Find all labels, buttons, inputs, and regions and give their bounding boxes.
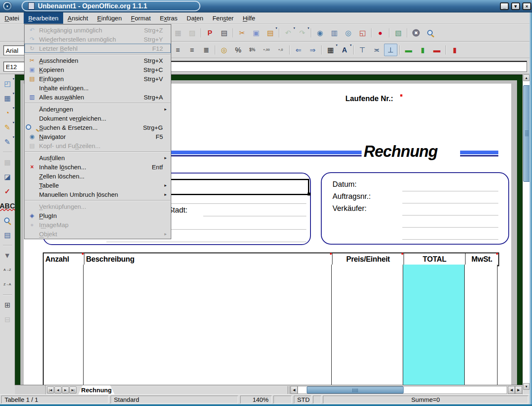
standard-format-icon[interactable]: $% (246, 44, 259, 56)
auto-spellcheck-icon[interactable]: ABC (1, 200, 14, 212)
status-page-style[interactable]: Standard (111, 396, 238, 404)
sort-ascending-icon[interactable]: A→Z (1, 264, 14, 276)
menubar-item-window[interactable]: Fenster (208, 12, 238, 24)
delete-rows-icon[interactable]: ▬ (430, 44, 443, 56)
insert-graphics-icon[interactable]: ▧ (392, 27, 405, 39)
menubar-item-tools[interactable]: Extras (155, 12, 182, 24)
menu-item-navigator[interactable]: ◉NavigatorF5 (25, 132, 171, 141)
menubar-item-view[interactable]: Ansicht (63, 12, 93, 24)
decrease-indent-icon[interactable]: ⇐ (292, 44, 305, 56)
sheet-tab-rechnung[interactable]: Rechnung (78, 385, 115, 395)
first-sheet-button[interactable]: |◀ (47, 386, 54, 394)
add-decimal-icon[interactable]: +,00 (260, 44, 273, 56)
hscroll-split-left-button[interactable]: ◀ (508, 386, 515, 394)
menu-item-delete-manual-break[interactable]: Manuellen Umbruch löschen▸ (25, 190, 171, 199)
record-macro-icon[interactable]: ● (374, 27, 387, 39)
menubar-item-data[interactable]: Daten (182, 12, 208, 24)
delete-columns-icon[interactable]: ▮ (448, 44, 461, 56)
form-controls-icon[interactable]: ▩ (1, 156, 14, 168)
menubar-item-edit[interactable]: Bearbeiten (24, 12, 63, 24)
copy-icon[interactable]: ▣ (249, 27, 263, 39)
insert-object-icon[interactable]: ◔▾ (1, 106, 14, 119)
save-icon[interactable]: ▦ (171, 27, 185, 39)
data-sources-icon[interactable]: ▤ (1, 229, 14, 241)
menu-item-find-replace[interactable]: Suchen & Ersetzen...Strg+G (25, 123, 171, 132)
draw-functions-icon[interactable]: ✎▾ (1, 121, 14, 134)
edit-page-icon[interactable]: ✎▾ (1, 136, 14, 148)
menu-item-plugin[interactable]: ◈PlugIn (25, 211, 171, 220)
sort-descending-icon[interactable]: Z→A (1, 278, 14, 291)
insert-column-icon[interactable]: ▮ (416, 44, 429, 56)
menu-item-imagemap[interactable]: ●ImageMap (25, 220, 171, 229)
edit-file-icon[interactable]: ▨ (185, 27, 199, 39)
hscroll-left-button[interactable]: ◀ (291, 386, 298, 394)
paste-icon[interactable]: ▤▾ (264, 27, 277, 39)
hscroll-right-button[interactable]: ▶ (515, 386, 522, 394)
align-justified-icon[interactable]: ≣ (200, 44, 213, 56)
close-window-icon[interactable]: ✖ (409, 27, 423, 39)
vertical-scrollbar-track[interactable]: ▲ ▼ (522, 74, 530, 394)
cut-icon[interactable]: ✂ (235, 27, 249, 39)
borders-icon[interactable]: ▦▾ (324, 44, 337, 56)
menu-item-links[interactable]: Verknüpfungen... (25, 202, 171, 211)
close-button[interactable]: × (522, 2, 531, 10)
status-selection-mode[interactable]: STD (294, 396, 311, 404)
menu-item-repeat[interactable]: ↻Letzter BefehlF12 (25, 44, 171, 53)
search-icon[interactable] (1, 214, 14, 227)
invoice-table-body[interactable] (43, 265, 498, 385)
redo-icon[interactable]: ↷▾ (296, 27, 309, 39)
menu-item-object[interactable]: Objekt▸ (25, 229, 171, 238)
shade-button[interactable]: ▼ (511, 2, 520, 10)
previous-sheet-button[interactable]: ◀ (54, 386, 62, 394)
menubar-item-file[interactable]: Datei (0, 12, 24, 24)
menu-item-redo[interactable]: ↷Wiederherstellen unmöglichStrg+Y (25, 35, 171, 44)
menu-item-paste[interactable]: ▤EinfügenStrg+V (25, 74, 171, 83)
currency-format-icon[interactable]: ◎ (217, 44, 231, 56)
delete-decimal-icon[interactable]: +,0 (274, 44, 287, 56)
status-sum[interactable]: Summe=0 (323, 396, 528, 404)
align-right-icon[interactable]: ≡ (185, 44, 199, 56)
selection-handle[interactable] (308, 193, 310, 196)
menu-item-sheet[interactable]: Tabelle▸ (25, 181, 171, 190)
next-sheet-button[interactable]: ▶ (62, 386, 69, 394)
formula-input[interactable] (171, 61, 527, 72)
gallery-icon[interactable]: ◎ (342, 27, 355, 39)
menubar-item-help[interactable]: Hilfe (238, 12, 260, 24)
print-icon[interactable]: ▤ (217, 27, 231, 39)
menu-item-copy[interactable]: ▣KopierenStrg+C (25, 65, 171, 74)
zoom-icon[interactable] (424, 27, 437, 39)
insert-cells-icon[interactable]: ▦▾ (1, 92, 14, 104)
menubar-item-insert[interactable]: Einfügen (93, 12, 126, 24)
menu-item-changes[interactable]: Änderungen▸ (25, 104, 171, 114)
increase-indent-icon[interactable]: ⇒ (306, 44, 319, 56)
fullscreen-icon[interactable]: ◱ (356, 27, 369, 39)
menu-item-select-all[interactable]: ▥Alles auswählenStrg+A (25, 92, 171, 102)
menubar-item-format[interactable]: Format (126, 12, 155, 24)
align-center-vertical-icon[interactable]: ≍ (370, 44, 383, 56)
stylist-icon[interactable]: ▥ (328, 27, 341, 39)
tab-scrollbar-splitter[interactable] (288, 386, 290, 394)
menu-item-headers-footers[interactable]: ▤Kopf- und Fußzeilen... (25, 141, 171, 150)
insert-row-icon[interactable]: ▬ (402, 44, 415, 56)
menu-item-paste-special[interactable]: Inhalte einfügen... (25, 83, 171, 92)
menu-item-fill[interactable]: Ausfüllen▸ (25, 153, 171, 162)
menu-item-delete-cells[interactable]: Zellen löschen... (25, 171, 171, 181)
horizontal-scrollbar-track[interactable] (298, 386, 507, 394)
last-sheet-button[interactable]: ▶| (69, 386, 76, 394)
align-top-icon[interactable]: ⊤ (356, 44, 369, 56)
menu-item-cut[interactable]: ✂AusschneidenStrg+X (25, 56, 171, 65)
minimize-button[interactable]: _ (500, 2, 509, 10)
vscroll-up-button[interactable]: ▲ (523, 74, 530, 81)
spellcheck-icon[interactable]: ✓ (1, 185, 14, 198)
menu-item-compare-document[interactable]: Dokument vergleichen... (25, 114, 171, 123)
align-bottom-icon[interactable]: ⊥ (384, 44, 397, 56)
horizontal-scrollbar-thumb[interactable] (307, 386, 404, 394)
ungroup-icon[interactable]: ⊟ (1, 313, 14, 326)
navigator-icon[interactable]: ◉ (313, 27, 327, 39)
menu-item-delete-contents[interactable]: ×Inhalte löschen...Entf (25, 162, 171, 171)
group-icon[interactable]: ⊞ (1, 299, 14, 311)
vscroll-down-button[interactable]: ▼ (523, 383, 530, 390)
fill-format-icon[interactable]: ◪ (1, 171, 14, 183)
insert-icon[interactable]: ◰▾ (1, 77, 14, 90)
undo-icon[interactable]: ↶▾ (281, 27, 295, 39)
